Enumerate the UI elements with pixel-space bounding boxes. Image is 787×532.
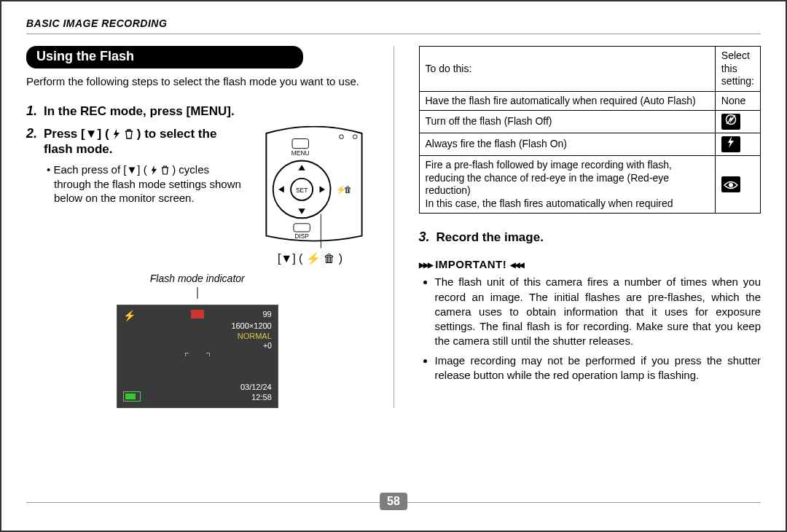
triangle-right-icon: ▶▶▶ bbox=[419, 261, 432, 269]
mode-setting bbox=[715, 133, 760, 156]
step-list: 1. In the REC mode, press [MENU]. 2. Pre… bbox=[26, 103, 369, 265]
mode-desc: Always fire the flash (Flash On) bbox=[419, 133, 715, 156]
control-pad-illustration: MENU SET ⚡ bbox=[252, 126, 369, 265]
flash-off-icon bbox=[721, 114, 740, 130]
time: 12:58 bbox=[251, 393, 272, 402]
flash-mode-table: To do this: Select this setting: Have th… bbox=[419, 46, 761, 214]
trash-icon bbox=[161, 165, 169, 175]
left-column: Using the Flash Perform the following st… bbox=[26, 46, 369, 408]
step-3: 3. Record the image. bbox=[419, 230, 761, 245]
triangle-left-icon: ◀◀◀ bbox=[510, 261, 523, 269]
intro-text: Perform the following steps to select th… bbox=[26, 74, 369, 89]
svg-text:SET: SET bbox=[295, 186, 307, 193]
red-eye-icon bbox=[721, 176, 740, 192]
screen-caption: Flash mode indicator bbox=[26, 273, 369, 284]
flash-icon bbox=[150, 165, 158, 175]
list-item: The flash unit of this camera fires a nu… bbox=[435, 275, 761, 348]
mode-desc: Fire a pre-flash followed by image recor… bbox=[419, 156, 715, 214]
mode-desc: Turn off the flash (Flash Off) bbox=[419, 111, 715, 133]
section-title: Using the Flash bbox=[26, 46, 303, 69]
mode-setting bbox=[715, 156, 760, 214]
step-sub-part: • Each press of [▼] ( bbox=[47, 163, 147, 176]
svg-point-17 bbox=[729, 183, 733, 187]
page: BASIC IMAGE RECORDING Using the Flash Pe… bbox=[0, 0, 787, 532]
important-notes: The flash unit of this camera fires a nu… bbox=[419, 275, 761, 383]
step-list-right: 3. Record the image. bbox=[419, 230, 761, 245]
step-text: In the REC mode, press [MENU]. bbox=[44, 103, 235, 119]
right-column: To do this: Select this setting: Have th… bbox=[419, 46, 761, 408]
date: 03/12/24 bbox=[240, 383, 272, 391]
svg-text:DISP: DISP bbox=[294, 232, 309, 240]
important-label: IMPORTANT! bbox=[435, 258, 506, 270]
running-head: BASIC IMAGE RECORDING bbox=[26, 17, 761, 34]
svg-text:🗑: 🗑 bbox=[344, 184, 352, 193]
resolution: 1600×1200 bbox=[231, 321, 271, 330]
step-1: 1. In the REC mode, press [MENU]. bbox=[26, 103, 369, 119]
monitor-screen: ⚡ 99 1600×1200 NORMAL +0 03/12/24 12:58 bbox=[117, 305, 278, 408]
step-text: Press [▼] ( ) to select the flash mode. bbox=[44, 126, 243, 157]
step-number: 2. bbox=[26, 126, 44, 265]
table-row: Always fire the flash (Flash On) bbox=[419, 133, 761, 156]
flash-icon: ⚡ bbox=[123, 310, 136, 321]
mode-setting: None bbox=[715, 91, 760, 111]
shots-remaining: 99 bbox=[263, 310, 272, 318]
table-row: To do this: Select this setting: bbox=[419, 47, 761, 92]
table-header: Select this setting: bbox=[715, 47, 760, 92]
ev: +0 bbox=[263, 342, 271, 350]
key-caption: [▼] ( ⚡ 🗑 ) bbox=[252, 251, 369, 265]
important-heading: ▶▶▶ IMPORTANT! ◀◀◀ bbox=[419, 258, 761, 270]
page-number: 58 bbox=[380, 493, 407, 510]
step-sub: • Each press of [▼] ( ) cycles through t… bbox=[44, 163, 243, 206]
page-footer: 58 bbox=[26, 502, 761, 522]
table-row: Turn off the flash (Flash Off) bbox=[419, 111, 761, 133]
step-number: 1. bbox=[26, 103, 44, 119]
table-row: Have the flash fire automatically when r… bbox=[419, 91, 761, 111]
step-text-part: Press [▼] ( bbox=[44, 127, 109, 141]
flash-on-icon bbox=[721, 136, 740, 152]
flash-icon bbox=[112, 129, 121, 139]
table-row: Fire a pre-flash followed by image recor… bbox=[419, 156, 761, 214]
step-text: Record the image. bbox=[436, 230, 544, 245]
trash-icon bbox=[125, 129, 133, 139]
step-number: 3. bbox=[419, 230, 436, 245]
quality: NORMAL bbox=[238, 332, 272, 340]
focus-brackets-icon bbox=[176, 349, 219, 358]
callout-line-icon bbox=[194, 287, 201, 299]
list-item: Image recording may not be performed if … bbox=[435, 353, 761, 383]
table-header: To do this: bbox=[419, 47, 715, 92]
menu-label: MENU bbox=[291, 149, 309, 157]
columns: Using the Flash Perform the following st… bbox=[26, 46, 761, 408]
battery-icon bbox=[123, 391, 141, 402]
record-indicator-icon bbox=[191, 310, 204, 318]
step-2: 2. Press [▼] ( ) to select the flash mod… bbox=[26, 126, 369, 265]
mode-setting bbox=[715, 111, 760, 133]
column-divider bbox=[394, 46, 394, 408]
mode-desc: Have the flash fire automatically when r… bbox=[419, 91, 715, 111]
